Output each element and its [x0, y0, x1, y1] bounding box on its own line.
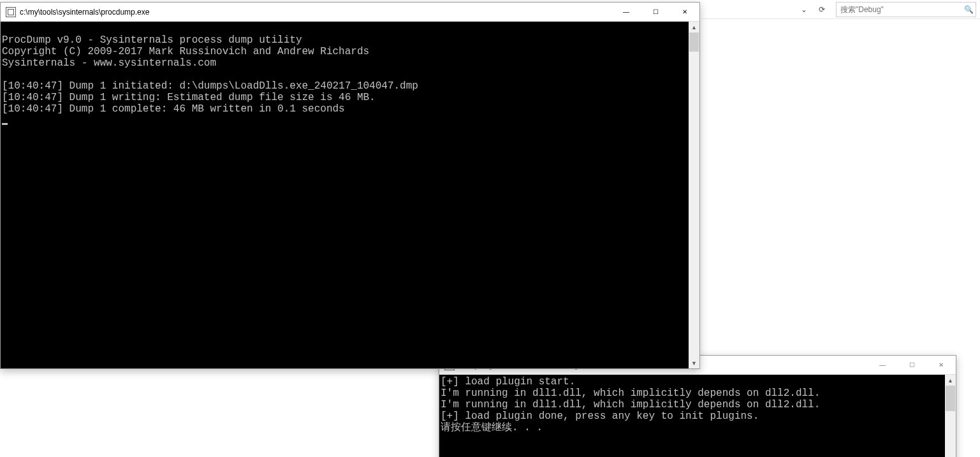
explorer-search-box[interactable]: 🔍: [836, 2, 976, 17]
close-button[interactable]: ✕: [926, 356, 956, 374]
scroll-track[interactable]: [689, 33, 699, 358]
console-line: [10:40:47] Dump 1 complete: 46 MB writte…: [2, 103, 345, 115]
window-procdump-console: c:\my\tools\sysinternals\procdump.exe — …: [0, 2, 700, 369]
maximize-button[interactable]: ☐: [897, 356, 926, 374]
close-button[interactable]: ✕: [670, 3, 699, 21]
scroll-track[interactable]: [945, 386, 956, 457]
minimize-button[interactable]: —: [868, 356, 897, 374]
explorer-address-bar: ⌄ ⟳ 🔍: [701, 0, 980, 19]
scrollbar[interactable]: ▲ ▼: [945, 375, 956, 457]
search-input[interactable]: [837, 5, 962, 14]
refresh-icon[interactable]: ⟳: [814, 2, 830, 17]
console-line: [10:40:47] Dump 1 initiated: d:\dumps\Lo…: [2, 80, 418, 92]
scroll-up-icon[interactable]: ▲: [945, 375, 956, 386]
console-output[interactable]: [+] load plugin start. I'm running in dl…: [439, 375, 945, 457]
scroll-up-icon[interactable]: ▲: [689, 22, 699, 33]
scroll-thumb[interactable]: [689, 33, 699, 52]
console-line: [10:40:47] Dump 1 writing: Estimated dum…: [2, 92, 376, 103]
maximize-button[interactable]: ☐: [641, 3, 670, 21]
scroll-thumb[interactable]: [946, 386, 955, 411]
console-line: 请按任意键继续. . .: [441, 422, 543, 433]
search-icon[interactable]: 🔍: [962, 5, 976, 14]
scrollbar[interactable]: ▲ ▼: [689, 22, 699, 368]
console-line: ProcDump v9.0 - Sysinternals process dum…: [2, 34, 302, 46]
titlebar[interactable]: c:\my\tools\sysinternals\procdump.exe — …: [1, 3, 699, 22]
console-line: I'm running in dll1.dll, which implicitl…: [441, 388, 820, 399]
console-line: Sysinternals - www.sysinternals.com: [2, 57, 216, 69]
console-line: Copyright (C) 2009-2017 Mark Russinovich…: [2, 46, 369, 57]
console-line: I'm running in dll1.dll, which implicitl…: [441, 399, 820, 410]
app-icon: [6, 7, 16, 17]
minimize-button[interactable]: —: [611, 3, 641, 21]
console-line: [+] load plugin start.: [441, 376, 575, 388]
scroll-down-icon[interactable]: ▼: [689, 358, 699, 368]
console-output[interactable]: ProcDump v9.0 - Sysinternals process dum…: [1, 22, 689, 368]
address-dropdown-icon[interactable]: ⌄: [796, 2, 812, 17]
window-loaddlls-console: D:\myblogstuff\LoadDlls\x64\Debug\LoadDl…: [439, 355, 956, 457]
window-title: c:\my\tools\sysinternals\procdump.exe: [20, 8, 611, 17]
cursor: [2, 123, 8, 125]
console-line: [+] load plugin done, press any key to i…: [441, 410, 759, 422]
